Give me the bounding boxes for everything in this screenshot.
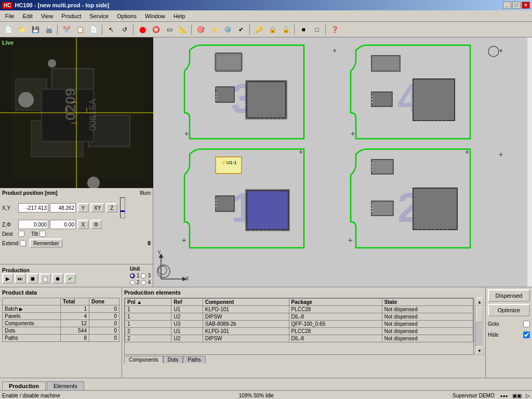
toolbar-check[interactable]: ✔ <box>235 24 247 35</box>
toolbar-lock[interactable]: 🔒 <box>266 24 278 35</box>
scrollbar-track[interactable] <box>475 306 483 347</box>
list-item[interactable]: 2U1KLPD-101PLCC28Not dispensed <box>125 328 473 335</box>
controls-panel: Product position [mm] Illum X,Y Y XY Z Z… <box>0 188 153 264</box>
toolbar-open[interactable]: 📁 <box>16 24 28 35</box>
step-button[interactable]: ⏭ <box>15 273 26 284</box>
list-item[interactable]: 2U2DIPSWDIL-8Not dispensed <box>125 335 473 342</box>
pause-button[interactable]: 📋 <box>39 273 51 284</box>
radio-4[interactable] <box>141 280 146 285</box>
th-state[interactable]: State <box>382 299 473 306</box>
y-button[interactable]: Y <box>77 203 89 212</box>
radio-2[interactable] <box>130 280 135 285</box>
remember-button[interactable]: Remember <box>30 238 62 248</box>
list-item[interactable]: 1U2DIPSWDIL-8Not dispensed <box>125 313 473 321</box>
list-item[interactable]: 1U3SAB-8089-2bQFP-100_0.65Not dispensed <box>125 321 473 328</box>
record-button[interactable]: ⏺ <box>52 273 63 284</box>
status-more: ▷ <box>526 393 530 398</box>
sub-tab-paths[interactable]: Paths <box>183 356 206 363</box>
z-input[interactable] <box>18 220 48 229</box>
th-package[interactable]: Package <box>289 299 382 306</box>
list-item[interactable]: 1U1KLPD-101PLCC28Not dispensed <box>125 306 473 313</box>
product-data-row: Components120 <box>3 320 119 327</box>
minimize-button[interactable]: _ <box>503 2 511 9</box>
z-button[interactable]: Z <box>106 203 117 212</box>
row-pnl: 2 <box>125 335 171 342</box>
scrollbar-up[interactable]: ▲ <box>475 298 484 306</box>
product-data-row: Panels40 <box>3 313 119 320</box>
check-button[interactable]: ✔ <box>64 273 76 284</box>
menu-options[interactable]: Options <box>113 12 141 20</box>
stop-button[interactable]: ⏹ <box>27 273 38 284</box>
menu-window[interactable]: Window <box>141 12 169 20</box>
scrollbar-thumb[interactable] <box>476 307 483 322</box>
title-bar-controls[interactable]: _ □ ✕ <box>503 2 530 9</box>
x-input[interactable] <box>18 203 48 212</box>
toolbar-component[interactable]: ⚡ <box>208 24 220 35</box>
toolbar-save[interactable]: 💾 <box>29 24 42 35</box>
toolbar-rect[interactable]: ▭ <box>163 24 176 35</box>
toolbar-goto[interactable]: 🎯 <box>194 24 207 35</box>
toolbar-sep7 <box>325 24 326 35</box>
extend-checkbox[interactable] <box>20 240 26 246</box>
tilt-label: Tilt <box>31 231 38 237</box>
toolbar-circle-empty[interactable]: ⭕ <box>150 24 162 35</box>
window-title: HC100 - [new multi.prod - top side] <box>15 2 109 8</box>
maximize-button[interactable]: □ <box>512 2 521 9</box>
toolbar-cut[interactable]: ✂️ <box>60 24 73 35</box>
menu-help[interactable]: Help <box>169 12 190 20</box>
toolbar-settings[interactable]: ⚙️ <box>221 24 234 35</box>
phi-input[interactable] <box>50 220 76 229</box>
scrollbar-down[interactable]: ▼ <box>475 347 484 355</box>
toolbar: 📄 📁 💾 🖨️ ✂️ 📋 📄 ↖ ↺ ⬤ ⭕ ▭ 📐 🎯 ⚡ ⚙️ ✔ 🔑 🔒… <box>0 22 532 37</box>
radio-3[interactable] <box>141 273 146 278</box>
left-panel: 0209 00815A Live Product position [mm] <box>0 37 153 287</box>
toolbar-copy[interactable]: 📋 <box>74 24 86 35</box>
dest-checkbox[interactable] <box>18 231 24 237</box>
menu-view[interactable]: View <box>37 12 58 20</box>
toolbar-circle-fill[interactable]: ⬤ <box>136 24 149 35</box>
svg-rect-33 <box>247 82 286 118</box>
toolbar-rotate[interactable]: ↺ <box>118 24 131 35</box>
sub-tab-dots[interactable]: Dots <box>163 356 183 363</box>
th-pnl[interactable]: Pnl ▲ <box>125 299 171 306</box>
toolbar-tool[interactable]: 📐 <box>177 24 189 35</box>
play-button[interactable]: ▶ <box>2 273 14 284</box>
toolbar-key[interactable]: 🔑 <box>252 24 265 35</box>
prod-table-scrollbar[interactable]: ▲ ▼ <box>475 298 483 355</box>
product-data-row: Batch ▶10 <box>3 305 119 313</box>
th-ref[interactable]: Ref <box>171 299 203 306</box>
menu-product[interactable]: Product <box>57 12 85 20</box>
menu-edit[interactable]: Edit <box>19 12 37 20</box>
pcb-canvas[interactable]: X Y 3 + + <box>153 37 532 287</box>
row-label: Dots <box>3 327 61 335</box>
illum-label: Illum <box>140 190 151 196</box>
xy-button[interactable]: XY <box>90 203 104 212</box>
prod-elements-container: Pnl ▲ Ref Component Package State 1U1KLP… <box>124 298 483 355</box>
menu-file[interactable]: File <box>1 12 19 20</box>
tab-elements[interactable]: Elements <box>47 381 84 390</box>
hide-checkbox[interactable] <box>523 331 530 338</box>
toolbar-print[interactable]: 🖨️ <box>43 24 55 35</box>
prod-table-container[interactable]: Pnl ▲ Ref Component Package State 1U1KLP… <box>124 298 474 355</box>
toolbar-square-white[interactable]: □ <box>311 24 323 35</box>
dispensed-button[interactable]: Dispensed <box>488 289 530 302</box>
illum-slider[interactable] <box>120 197 125 218</box>
y-input[interactable] <box>50 203 76 212</box>
tab-production[interactable]: Production <box>2 381 46 390</box>
sub-tab-components[interactable]: Components <box>124 356 163 363</box>
toolbar-unlock[interactable]: 🔓 <box>280 24 292 35</box>
goto-checkbox[interactable] <box>523 321 530 327</box>
x-button[interactable]: X <box>77 220 89 229</box>
toolbar-paste[interactable]: 📄 <box>87 24 100 35</box>
th-component[interactable]: Component <box>203 299 289 306</box>
toolbar-square-black[interactable]: ■ <box>297 24 310 35</box>
close-button[interactable]: ✕ <box>522 2 530 9</box>
tilt-checkbox[interactable] <box>39 231 46 237</box>
phi-button[interactable]: Φ <box>90 220 102 229</box>
toolbar-help[interactable]: ❓ <box>328 24 341 35</box>
toolbar-new[interactable]: 📄 <box>2 24 15 35</box>
toolbar-cursor[interactable]: ↖ <box>105 24 117 35</box>
optimize-button[interactable]: Optimize <box>488 304 530 316</box>
menu-service[interactable]: Service <box>85 12 113 20</box>
radio-1[interactable] <box>130 273 135 278</box>
